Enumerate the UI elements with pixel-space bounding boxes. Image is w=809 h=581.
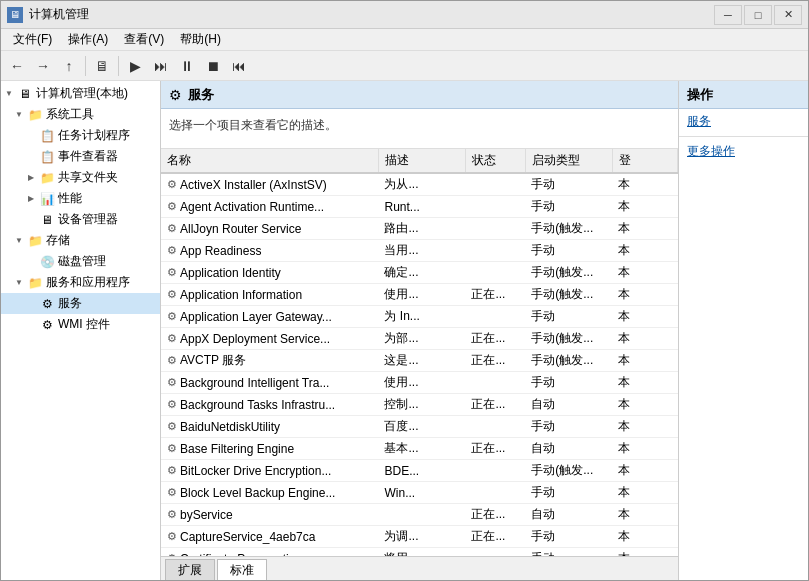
services-panel-header: ⚙ 服务 — [161, 81, 678, 109]
icon-diskmgmt: 💿 — [39, 254, 55, 270]
table-row[interactable]: ⚙ App Readiness 当用... 手动 本 — [161, 240, 678, 262]
minimize-button[interactable]: ─ — [714, 5, 742, 25]
service-desc: 为部... — [378, 328, 465, 350]
tree-item-diskmgmt[interactable]: 💿 磁盘管理 — [1, 251, 160, 272]
service-startup: 手动 — [525, 526, 612, 548]
service-name: ⚙ Agent Activation Runtime... — [161, 196, 378, 218]
service-desc: 百度... — [378, 416, 465, 438]
play-button[interactable]: ▶ — [123, 54, 147, 78]
col-header-desc[interactable]: 描述 — [378, 149, 465, 173]
tree-item-systools[interactable]: ▼ 📁 系统工具 — [1, 104, 160, 125]
service-gear-icon: ⚙ — [167, 332, 177, 345]
service-desc: 确定... — [378, 262, 465, 284]
label-devmgr: 设备管理器 — [58, 211, 118, 228]
service-startup: 手动 — [525, 196, 612, 218]
tab-extended[interactable]: 扩展 — [165, 559, 215, 580]
service-startup: 手动(触发... — [525, 460, 612, 482]
forward-button[interactable]: → — [31, 54, 55, 78]
tree-item-tasks[interactable]: 📋 任务计划程序 — [1, 125, 160, 146]
table-row[interactable]: ⚙ Certificate Propagation 将用... 手动 本 — [161, 548, 678, 557]
close-button[interactable]: ✕ — [774, 5, 802, 25]
label-shared: 共享文件夹 — [58, 169, 118, 186]
tab-standard[interactable]: 标准 — [217, 559, 267, 580]
label-wmi: WMI 控件 — [58, 316, 110, 333]
table-row[interactable]: ⚙ Background Intelligent Tra... 使用... 手动… — [161, 372, 678, 394]
service-gear-icon: ⚙ — [167, 200, 177, 213]
back-button[interactable]: ← — [5, 54, 29, 78]
table-row[interactable]: ⚙ byService 正在... 自动 本 — [161, 504, 678, 526]
tree-item-perf[interactable]: ▶ 📊 性能 — [1, 188, 160, 209]
expand-icon-tasks — [25, 130, 37, 142]
col-header-status[interactable]: 状态 — [465, 149, 525, 173]
action-services[interactable]: 服务 — [679, 109, 808, 134]
tree-item-shared[interactable]: ▶ 📁 共享文件夹 — [1, 167, 160, 188]
menu-help[interactable]: 帮助(H) — [172, 29, 229, 50]
table-row[interactable]: ⚙ ActiveX Installer (AxInstSV) 为从... 手动 … — [161, 173, 678, 196]
table-row[interactable]: ⚙ AVCTP 服务 这是... 正在... 手动(触发... 本 — [161, 350, 678, 372]
tree-item-services[interactable]: ⚙ 服务 — [1, 293, 160, 314]
tree-panel: ▼ 🖥 计算机管理(本地) ▼ 📁 系统工具 📋 任务计划程序 📋 事件查看器 — [1, 81, 161, 580]
icon-tasks: 📋 — [39, 128, 55, 144]
menu-action[interactable]: 操作(A) — [60, 29, 116, 50]
service-status: 正在... — [465, 394, 525, 416]
service-desc: Runt... — [378, 196, 465, 218]
col-header-startup[interactable]: 启动类型 — [525, 149, 612, 173]
restart-button[interactable]: ⏮ — [227, 54, 251, 78]
service-status: 正在... — [465, 284, 525, 306]
table-row[interactable]: ⚙ AppX Deployment Service... 为部... 正在...… — [161, 328, 678, 350]
show-hide-button[interactable]: 🖥 — [90, 54, 114, 78]
tree-item-wmi[interactable]: ⚙ WMI 控件 — [1, 314, 160, 335]
services-panel-title: 服务 — [188, 86, 214, 104]
action-more[interactable]: 更多操作 — [679, 139, 808, 164]
service-desc: 为 In... — [378, 306, 465, 328]
table-row[interactable]: ⚙ Background Tasks Infrastru... 控制... 正在… — [161, 394, 678, 416]
window-controls: ─ □ ✕ — [714, 5, 802, 25]
service-logon: 本 — [612, 394, 677, 416]
service-name: ⚙ AVCTP 服务 — [161, 350, 378, 372]
pause-button[interactable]: ⏸ — [175, 54, 199, 78]
service-name: ⚙ Application Information — [161, 284, 378, 306]
service-startup: 自动 — [525, 394, 612, 416]
table-row[interactable]: ⚙ BaiduNetdiskUtility 百度... 手动 本 — [161, 416, 678, 438]
services-table[interactable]: 名称 描述 状态 启动类型 登 ⚙ ActiveX Installer (AxI… — [161, 149, 678, 556]
service-status — [465, 306, 525, 328]
stop-button[interactable]: ⏹ — [201, 54, 225, 78]
service-gear-icon: ⚙ — [167, 310, 177, 323]
service-desc — [378, 504, 465, 526]
up-button[interactable]: ↑ — [57, 54, 81, 78]
service-gear-icon: ⚙ — [167, 420, 177, 433]
table-row[interactable]: ⚙ Base Filtering Engine 基本... 正在... 自动 本 — [161, 438, 678, 460]
tree-item-storage[interactable]: ▼ 📁 存储 — [1, 230, 160, 251]
menu-file[interactable]: 文件(F) — [5, 29, 60, 50]
tree-item-root[interactable]: ▼ 🖥 计算机管理(本地) — [1, 83, 160, 104]
tree-item-svcapps[interactable]: ▼ 📁 服务和应用程序 — [1, 272, 160, 293]
center-panel: ⚙ 服务 选择一个项目来查看它的描述。 名称 描述 状态 启动类型 登 — [161, 81, 678, 580]
table-row[interactable]: ⚙ CaptureService_4aeb7ca 为调... 正在... 手动 … — [161, 526, 678, 548]
description-text: 选择一个项目来查看它的描述。 — [169, 118, 337, 132]
table-row[interactable]: ⚙ Block Level Backup Engine... Win... 手动… — [161, 482, 678, 504]
table-row[interactable]: ⚙ Agent Activation Runtime... Runt... 手动… — [161, 196, 678, 218]
table-row[interactable]: ⚙ BitLocker Drive Encryption... BDE... 手… — [161, 460, 678, 482]
col-header-logon[interactable]: 登 — [612, 149, 677, 173]
service-startup: 手动(触发... — [525, 284, 612, 306]
label-storage: 存储 — [46, 232, 70, 249]
service-logon: 本 — [612, 460, 677, 482]
toolbar-sep1 — [85, 56, 86, 76]
table-row[interactable]: ⚙ Application Identity 确定... 手动(触发... 本 — [161, 262, 678, 284]
col-header-name[interactable]: 名称 — [161, 149, 378, 173]
service-status — [465, 173, 525, 196]
tree-item-events[interactable]: 📋 事件查看器 — [1, 146, 160, 167]
service-gear-icon: ⚙ — [167, 354, 177, 367]
service-name: ⚙ AppX Deployment Service... — [161, 328, 378, 350]
expand-icon-svcapps: ▼ — [13, 277, 25, 289]
service-startup: 手动(触发... — [525, 218, 612, 240]
table-row[interactable]: ⚙ AllJoyn Router Service 路由... 手动(触发... … — [161, 218, 678, 240]
table-row[interactable]: ⚙ Application Layer Gateway... 为 In... 手… — [161, 306, 678, 328]
tree-item-devmgr[interactable]: 🖥 设备管理器 — [1, 209, 160, 230]
toolbar-sep2 — [118, 56, 119, 76]
service-startup: 手动 — [525, 173, 612, 196]
maximize-button[interactable]: □ — [744, 5, 772, 25]
play-next-button[interactable]: ⏭ — [149, 54, 173, 78]
menu-view[interactable]: 查看(V) — [116, 29, 172, 50]
table-row[interactable]: ⚙ Application Information 使用... 正在... 手动… — [161, 284, 678, 306]
